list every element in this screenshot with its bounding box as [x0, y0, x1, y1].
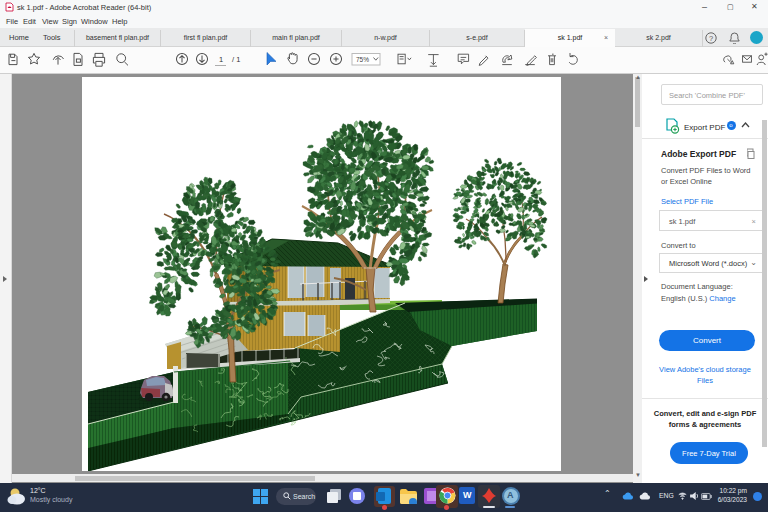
svg-text:1: 1 — [219, 55, 223, 64]
svg-text:?: ? — [709, 34, 713, 43]
svg-text:/ 1: / 1 — [232, 55, 240, 64]
svg-text:75%: 75% — [356, 56, 369, 63]
